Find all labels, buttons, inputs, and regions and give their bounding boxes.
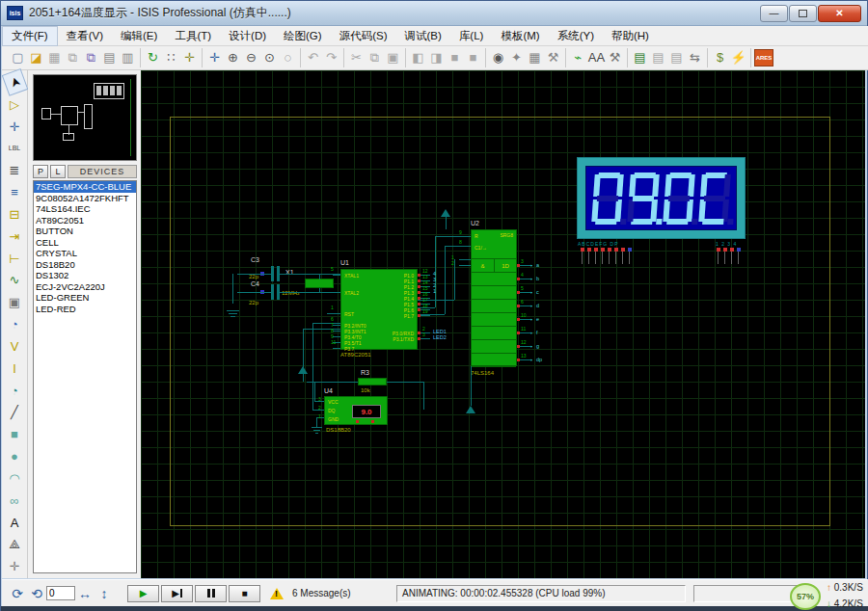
overview-thumbnail[interactable] bbox=[33, 74, 137, 161]
device-list-item[interactable]: AT89C2051 bbox=[34, 215, 136, 226]
schematic-canvas[interactable]: ABCDEFG DP 1 2 3 4 U1 XTAL1XTAL2RSTP3.2/… bbox=[141, 70, 865, 578]
rotate-cw-icon[interactable]: ⟳ bbox=[8, 586, 27, 601]
decompose-icon[interactable]: ⚒ bbox=[544, 49, 562, 66]
text-mode-icon[interactable]: A bbox=[4, 513, 26, 533]
menu-item[interactable]: 调试(B) bbox=[395, 27, 449, 45]
packaging-tool-icon[interactable]: ▦ bbox=[526, 49, 544, 66]
text-script-mode-icon[interactable]: ≣ bbox=[4, 160, 26, 180]
menu-item[interactable]: 绘图(G) bbox=[275, 27, 331, 45]
terminal-mode-icon[interactable]: ⇥ bbox=[4, 226, 26, 247]
circle-mode-icon[interactable]: ● bbox=[4, 446, 26, 466]
pause-button[interactable] bbox=[195, 585, 227, 602]
u1-at89c2051[interactable]: XTAL1XTAL2RSTP3.2/INT0P3.3/INT1P3.4/T0P3… bbox=[340, 269, 418, 350]
mark-print-area-icon[interactable]: ▥ bbox=[119, 49, 137, 66]
arc-mode-icon[interactable]: ◠ bbox=[4, 468, 26, 489]
goto-sheet-icon[interactable]: ⇆ bbox=[686, 49, 704, 66]
open-file-icon[interactable]: ◪ bbox=[27, 49, 45, 66]
menu-item[interactable]: 帮助(H) bbox=[603, 27, 658, 45]
menu-item[interactable]: 源代码(S) bbox=[331, 27, 396, 45]
c4-capacitor[interactable] bbox=[271, 284, 274, 300]
print-icon[interactable]: ▤ bbox=[100, 49, 119, 66]
bus-mode-icon[interactable]: ≡ bbox=[4, 182, 26, 202]
bill-of-materials-icon[interactable]: $ bbox=[711, 49, 729, 66]
stop-button[interactable]: ■ bbox=[229, 585, 260, 602]
menu-item[interactable]: 系统(Y) bbox=[549, 27, 603, 45]
current-probe-mode-icon[interactable]: I bbox=[4, 359, 26, 379]
redraw-icon[interactable]: ↻ bbox=[144, 49, 162, 66]
device-list-item[interactable]: CELL bbox=[34, 237, 136, 249]
mirror-horizontal-icon[interactable]: ↔ bbox=[75, 586, 95, 601]
netlist-to-ares-icon[interactable]: ARES bbox=[754, 49, 773, 66]
generator-mode-icon[interactable]: ◔ bbox=[4, 314, 26, 334]
maximize-button[interactable] bbox=[789, 5, 817, 22]
arrow-icon: › bbox=[530, 330, 532, 335]
menu-item[interactable]: 设计(D) bbox=[220, 27, 275, 45]
new-file-icon[interactable]: ▢ bbox=[9, 49, 27, 66]
selection-mode-icon[interactable]: ➤ bbox=[1, 68, 28, 96]
device-pin-mode-icon[interactable]: ⊢ bbox=[4, 249, 26, 269]
menu-item[interactable]: 查看(V) bbox=[58, 27, 112, 45]
device-list-item[interactable]: BUTTON bbox=[34, 226, 136, 237]
u4-ds18b20[interactable]: 9.0 VCCDQGND bbox=[324, 396, 388, 425]
box-mode-icon[interactable]: ■ bbox=[4, 424, 26, 444]
component-mode-icon[interactable]: ▷ bbox=[4, 94, 26, 115]
device-list-item[interactable]: LED-RED bbox=[34, 304, 136, 315]
device-list-item[interactable]: ECJ-2VC2A220J bbox=[34, 281, 136, 293]
u2-74ls164[interactable]: R C1/→ SRG8 &1D bbox=[471, 229, 517, 366]
step-button[interactable]: ▶ bbox=[161, 585, 193, 602]
tape-recorder-mode-icon[interactable]: ▣ bbox=[4, 292, 26, 312]
marker-mode-icon[interactable]: ✛ bbox=[4, 556, 26, 576]
wire-autorouter-icon[interactable]: ⌁ bbox=[569, 49, 587, 66]
menu-item[interactable]: 文件(F) bbox=[2, 26, 58, 46]
pick-parts-button[interactable]: P bbox=[33, 165, 48, 178]
device-list-item[interactable]: 74LS164.IEC bbox=[34, 203, 136, 215]
play-button[interactable]: ▶ bbox=[127, 585, 159, 602]
virtual-instruments-mode-icon[interactable]: ◔ bbox=[4, 381, 26, 401]
symbol-mode-icon[interactable]: ⟁ bbox=[4, 534, 26, 554]
device-list-item[interactable]: 7SEG-MPX4-CC-BLUE bbox=[34, 181, 136, 193]
zoom-all-icon[interactable]: ⊙ bbox=[260, 49, 279, 66]
device-list-item[interactable]: 9C08052A1472FKHFT bbox=[34, 193, 136, 204]
menu-item[interactable]: 库(L) bbox=[450, 27, 493, 45]
library-button[interactable]: L bbox=[50, 165, 66, 178]
device-list-item[interactable]: DS18B20 bbox=[34, 259, 136, 271]
r3-resistor[interactable] bbox=[358, 378, 387, 385]
pick-device-icon[interactable]: ◉ bbox=[489, 49, 507, 66]
memory-percent-badge[interactable]: 57% bbox=[790, 583, 821, 610]
rotation-angle-input[interactable] bbox=[46, 586, 75, 600]
subcircuit-mode-icon[interactable]: ⊟ bbox=[4, 204, 26, 225]
zoom-in-icon[interactable]: ⊕ bbox=[224, 49, 242, 66]
rotate-ccw-icon[interactable]: ⟲ bbox=[27, 586, 46, 601]
closed-path-mode-icon[interactable]: ∞ bbox=[4, 491, 26, 511]
device-list-item[interactable]: LED-GREEN bbox=[34, 292, 136, 304]
menu-item[interactable]: 编辑(E) bbox=[112, 27, 166, 45]
line-mode-icon[interactable]: ╱ bbox=[4, 403, 26, 423]
make-device-icon[interactable]: ✦ bbox=[507, 49, 526, 66]
zoom-area-icon[interactable]: ◌ bbox=[279, 49, 297, 66]
device-list-item[interactable]: DS1302 bbox=[34, 270, 136, 281]
pan-icon[interactable]: ✛ bbox=[205, 49, 224, 66]
toggle-grid-icon[interactable]: ∷ bbox=[162, 49, 180, 66]
menu-item[interactable]: 模板(M) bbox=[492, 27, 548, 45]
mirror-vertical-icon[interactable]: ↕ bbox=[95, 586, 114, 601]
wire-label-mode-icon[interactable]: LBL bbox=[4, 139, 26, 159]
voltage-probe-mode-icon[interactable]: V bbox=[4, 336, 26, 357]
message-count[interactable]: 6 Message(s) bbox=[287, 585, 389, 602]
electrical-rule-check-icon[interactable]: ⚡ bbox=[729, 49, 747, 66]
graph-mode-icon[interactable]: ∿ bbox=[4, 271, 26, 291]
export-section-icon[interactable]: ⧉ bbox=[82, 49, 100, 66]
zoom-out-icon[interactable]: ⊖ bbox=[242, 49, 260, 66]
property-assignment-icon[interactable]: ⚒ bbox=[606, 49, 624, 66]
junction-dot-mode-icon[interactable]: ✛ bbox=[4, 117, 26, 137]
device-list-item[interactable]: CRYSTAL bbox=[34, 248, 136, 259]
design-explorer-icon[interactable]: ▤ bbox=[631, 49, 649, 66]
menu-item[interactable]: 工具(T) bbox=[166, 27, 220, 45]
7seg-display[interactable] bbox=[577, 157, 746, 239]
x1-crystal[interactable] bbox=[305, 279, 334, 288]
origin-icon[interactable]: ✛ bbox=[180, 49, 199, 66]
pin-tick bbox=[418, 337, 420, 340]
c3-capacitor[interactable] bbox=[271, 266, 274, 281]
close-button[interactable]: ✕ bbox=[818, 5, 861, 22]
search-tag-icon[interactable]: AA bbox=[587, 49, 606, 66]
minimize-button[interactable]: — bbox=[760, 5, 788, 22]
